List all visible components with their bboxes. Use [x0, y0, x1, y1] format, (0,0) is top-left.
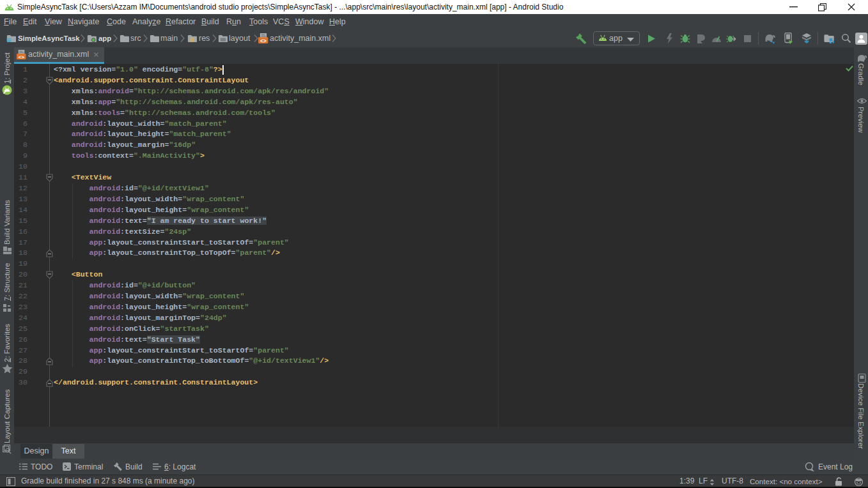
svg-text:<>: <> — [260, 38, 267, 43]
svg-text:<>: <> — [18, 54, 24, 59]
